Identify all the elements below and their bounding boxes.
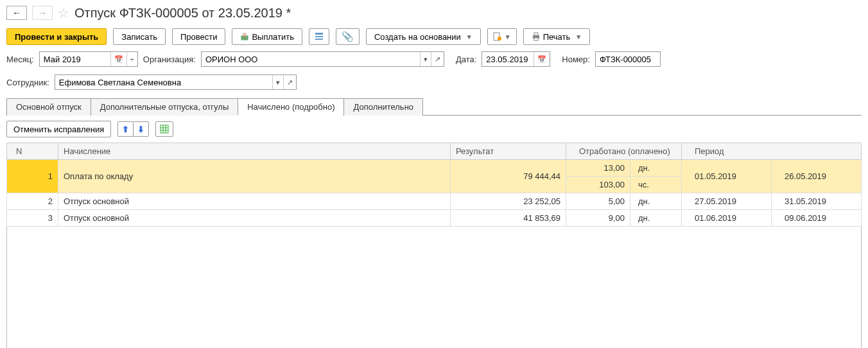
cell-worked-unit[interactable]: чс. — [630, 177, 682, 193]
chevron-down-icon[interactable]: ▾ — [272, 75, 283, 89]
tabs: Основной отпуск Дополнительные отпуска, … — [6, 98, 862, 116]
create-based-label: Создать на основании — [374, 32, 461, 42]
date-input[interactable] — [482, 53, 534, 65]
date-label: Дата: — [456, 55, 476, 64]
tab-additional[interactable]: Дополнительно — [343, 98, 423, 116]
create-based-button[interactable]: Создать на основании ▼ — [366, 28, 481, 45]
back-button[interactable]: ← — [6, 6, 27, 20]
cell-period-to[interactable]: 09.06.2019 — [772, 210, 862, 227]
tab-additional-vacation[interactable]: Дополнительные отпуска, отгулы — [91, 98, 239, 116]
chevron-down-icon: ▼ — [573, 33, 582, 40]
month-label: Месяц: — [6, 55, 34, 64]
post-and-close-button[interactable]: Провести и закрыть — [6, 28, 107, 45]
cell-result[interactable]: 79 444,44 — [451, 160, 566, 193]
cancel-corrections-button[interactable]: Отменить исправления — [6, 121, 111, 137]
cell-period-from[interactable]: 01.05.2019 — [682, 160, 772, 193]
save-button[interactable]: Записать — [113, 28, 166, 45]
svg-rect-0 — [241, 36, 248, 40]
cell-accrual[interactable]: Оплата по окладу — [58, 160, 451, 193]
cell-accrual[interactable]: Отпуск основной — [58, 210, 451, 227]
cell-worked-unit[interactable]: дн. — [630, 210, 682, 227]
chevron-down-icon: ▼ — [502, 33, 511, 40]
cell-n[interactable]: 1 — [7, 160, 58, 193]
col-header-n[interactable]: N — [7, 143, 58, 160]
calendar-icon[interactable]: 📅 — [110, 52, 126, 66]
cell-result[interactable]: 23 252,05 — [451, 193, 566, 210]
page-title: Отпуск ФТЗК-000005 от 23.05.2019 * — [74, 6, 291, 21]
form-row-2: Сотрудник: ▾ ↗ — [6, 71, 862, 94]
chevron-down-icon: ▼ — [464, 33, 473, 40]
col-header-accrual[interactable]: Начисление — [58, 143, 451, 160]
list-button[interactable] — [309, 28, 329, 45]
cell-worked-val[interactable]: 13,00 — [566, 160, 630, 177]
payout-button[interactable]: Выплатить — [232, 28, 302, 45]
number-label: Номер: — [562, 55, 590, 64]
cell-period-to[interactable]: 26.05.2019 — [772, 160, 862, 193]
print-button[interactable]: Печать ▼ — [523, 28, 591, 45]
report-button[interactable]: ▼ — [487, 28, 517, 45]
col-header-result[interactable]: Результат — [451, 143, 566, 160]
tab-accrued-detail[interactable]: Начислено (подробно) — [238, 98, 344, 116]
accrual-grid[interactable]: N Начисление Результат Отработано (оплач… — [6, 143, 862, 227]
col-header-period[interactable]: Период — [682, 143, 862, 160]
employee-input[interactable] — [55, 76, 272, 89]
payout-icon — [240, 32, 249, 41]
cell-period-from[interactable]: 01.06.2019 — [682, 210, 772, 227]
table-row[interactable]: 2Отпуск основной23 252,055,00дн.27.05.20… — [7, 193, 862, 210]
arrow-down-icon: ⬇ — [137, 125, 144, 134]
arrow-up-icon: ⬆ — [122, 125, 129, 134]
svg-rect-8 — [534, 33, 538, 35]
svg-point-6 — [498, 37, 501, 40]
post-button[interactable]: Провести — [172, 28, 226, 45]
date-field[interactable]: 📅 — [482, 51, 550, 67]
cell-accrual[interactable]: Отпуск основной — [58, 193, 451, 210]
open-icon[interactable]: ↗ — [431, 52, 444, 66]
svg-rect-9 — [534, 38, 538, 40]
cell-period-to[interactable]: 31.05.2019 — [772, 193, 862, 210]
col-header-worked[interactable]: Отработано (оплачено) — [566, 143, 682, 160]
svg-rect-1 — [243, 33, 246, 36]
move-up-button[interactable]: ⬆ — [117, 121, 134, 137]
favorite-icon[interactable]: ☆ — [58, 5, 69, 21]
sub-toolbar: Отменить исправления ⬆ ⬇ — [6, 116, 862, 143]
open-icon[interactable]: ↗ — [283, 75, 296, 89]
employee-label: Сотрудник: — [6, 78, 49, 87]
org-input[interactable] — [202, 53, 420, 65]
cell-worked-unit[interactable]: дн. — [630, 193, 682, 210]
chevron-down-icon[interactable]: ▾ — [420, 52, 431, 66]
month-input[interactable] — [40, 53, 110, 65]
table-row[interactable]: 3Отпуск основной41 853,699,00дн.01.06.20… — [7, 210, 862, 227]
cell-worked-val[interactable]: 9,00 — [566, 210, 630, 227]
svg-rect-10 — [161, 125, 168, 133]
cell-n[interactable]: 3 — [7, 210, 58, 227]
month-field[interactable]: 📅 ÷ — [39, 51, 138, 67]
printer-icon — [532, 32, 541, 41]
attachment-button[interactable]: 📎 — [336, 28, 360, 45]
table-row[interactable]: 1Оплата по окладу79 444,4413,00дн.01.05.… — [7, 160, 862, 177]
grid-icon — [160, 125, 169, 134]
move-down-button[interactable]: ⬇ — [133, 121, 149, 137]
forward-button[interactable]: → — [32, 6, 53, 20]
svg-rect-2 — [315, 33, 323, 35]
number-input[interactable] — [596, 53, 660, 65]
grid-empty-area — [6, 227, 862, 348]
spinner-icon[interactable]: ÷ — [126, 52, 137, 66]
list-icon — [315, 32, 324, 41]
main-toolbar: Провести и закрыть Записать Провести Вып… — [6, 26, 862, 48]
cell-worked-val[interactable]: 5,00 — [566, 193, 630, 210]
cell-worked-val[interactable]: 103,00 — [566, 177, 630, 193]
grid-settings-button[interactable] — [155, 121, 173, 137]
calendar-icon[interactable]: 📅 — [534, 52, 550, 66]
paperclip-icon: 📎 — [342, 31, 354, 42]
svg-rect-3 — [315, 36, 323, 37]
cell-worked-unit[interactable]: дн. — [630, 160, 682, 177]
cell-n[interactable]: 2 — [7, 193, 58, 210]
report-icon — [493, 32, 502, 41]
employee-field[interactable]: ▾ ↗ — [55, 74, 297, 90]
cell-result[interactable]: 41 853,69 — [451, 210, 566, 227]
tab-main-vacation[interactable]: Основной отпуск — [6, 98, 91, 116]
svg-rect-4 — [315, 39, 323, 40]
number-field[interactable] — [595, 51, 661, 67]
cell-period-from[interactable]: 27.05.2019 — [682, 193, 772, 210]
org-field[interactable]: ▾ ↗ — [201, 51, 444, 67]
